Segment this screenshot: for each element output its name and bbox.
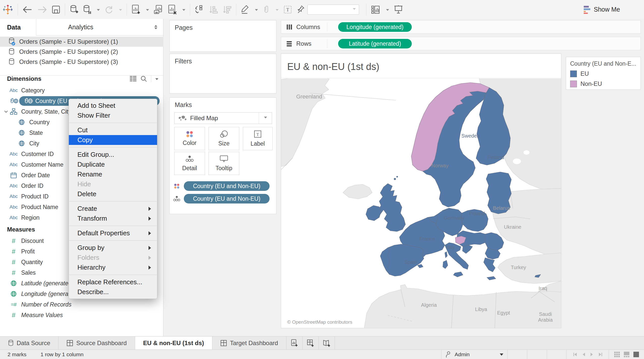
data-source-label: Orders (Sample - EU Superstore) (3) [19, 58, 118, 65]
sheet-title[interactable]: EU & non-EU (1st ds) [281, 54, 561, 78]
highlight-dropdown[interactable] [255, 9, 258, 12]
new-worksheet-button[interactable] [131, 4, 140, 15]
undo-button[interactable] [22, 4, 33, 15]
menu-describe[interactable]: Describe... [69, 287, 157, 297]
search-icon[interactable] [140, 75, 147, 82]
detail-button[interactable]: Detail [174, 152, 205, 175]
menu-default-properties[interactable]: Default Properties [69, 228, 157, 238]
user-filter-dropdown[interactable]: Admin [441, 350, 507, 359]
marks-label: Marks [170, 98, 276, 109]
duplicate-sheet-button[interactable] [154, 4, 163, 15]
columns-pill-longitude[interactable]: Longitude (generated) [338, 22, 412, 32]
filmstrip-view-icon[interactable] [624, 351, 630, 357]
tab-data[interactable]: Data [0, 19, 36, 36]
map-label-saudi-arabia: Saudi Arabia [536, 311, 555, 323]
show-hide-cards-button[interactable] [371, 4, 380, 15]
show-me-button[interactable]: Show Me [582, 5, 620, 14]
mark-type-caret[interactable] [259, 113, 272, 124]
new-story-tab-button[interactable] [319, 337, 335, 349]
menu-copy[interactable]: Copy [69, 135, 157, 145]
tooltip-button[interactable]: Tooltip [209, 152, 239, 175]
filters-shelf[interactable]: Filters [169, 54, 276, 93]
menu-replace-references[interactable]: Replace References... [69, 277, 157, 287]
dimensions-menu-caret[interactable] [155, 78, 158, 82]
tab-analytics[interactable]: Analytics [36, 19, 163, 36]
new-worksheet-tab-button[interactable] [286, 337, 303, 349]
menu-group-by[interactable]: Group by [69, 243, 157, 253]
view-list-icon[interactable] [130, 76, 136, 82]
field-context-menu: Add to Sheet Show Filter Cut Copy Edit G… [69, 99, 157, 299]
refresh-dropdown[interactable] [119, 9, 122, 12]
menu-transform[interactable]: Transform [69, 214, 157, 223]
tab-active-sheet[interactable]: EU & non-EU (1st ds) [135, 337, 212, 349]
refresh-button[interactable] [104, 4, 113, 15]
redo-button[interactable] [37, 4, 47, 15]
new-data-source-button[interactable] [70, 4, 78, 15]
fit-selector[interactable] [307, 5, 359, 15]
first-button[interactable] [573, 352, 577, 357]
abc-icon: Abc [10, 88, 18, 93]
filled-map[interactable] [281, 79, 561, 328]
legend-item-non-eu[interactable]: Non-EU [566, 80, 640, 87]
clear-sheet-button[interactable] [168, 4, 177, 15]
pages-shelf[interactable]: Pages [169, 20, 276, 52]
field-number-of-records[interactable]: =# Number of Records [0, 299, 163, 310]
menu-delete[interactable]: Delete [69, 189, 157, 199]
map-canvas[interactable]: Greenland Norway Sweden Finland Poland B… [281, 79, 561, 328]
field-measure-values[interactable]: # Measure Values [0, 310, 163, 320]
data-source-item[interactable]: Orders (Sample - EU Superstore) (3) [0, 57, 163, 67]
tab-data-source[interactable]: Data Source [0, 337, 58, 349]
fix-axes-pin-icon[interactable] [297, 4, 305, 15]
size-button[interactable]: Size [209, 127, 239, 150]
group-members-button[interactable] [262, 4, 270, 15]
field-category[interactable]: Abc Category [0, 85, 163, 96]
sort-descending-button[interactable] [222, 4, 231, 15]
tab-source-dashboard[interactable]: Source Dashboard [58, 337, 135, 349]
menu-hierarchy[interactable]: Hierarchy [69, 263, 157, 272]
color-pill[interactable]: Country (EU and Non-EU) [184, 181, 270, 191]
label-button[interactable]: T Label [243, 127, 273, 150]
sort-ascending-button[interactable] [209, 4, 218, 15]
single-view-icon[interactable] [633, 351, 639, 357]
mark-type-dropdown[interactable]: Filled Map [174, 112, 272, 124]
tab-target-dashboard[interactable]: Target Dashboard [212, 337, 286, 349]
menu-edit-group[interactable]: Edit Group... [69, 150, 157, 160]
menu-duplicate[interactable]: Duplicate [69, 160, 157, 169]
pause-updates-dropdown[interactable] [97, 9, 100, 12]
rows-pill-latitude[interactable]: Latitude (generated) [338, 39, 412, 48]
grid-view-icon[interactable] [614, 351, 620, 357]
presentation-mode-button[interactable] [394, 4, 403, 15]
show-hide-cards-dropdown[interactable] [386, 9, 389, 12]
columns-shelf[interactable]: Columns Longitude (generated) [281, 20, 641, 34]
menu-add-to-sheet[interactable]: Add to Sheet [69, 101, 157, 111]
new-worksheet-dropdown[interactable] [146, 9, 149, 12]
menu-rename[interactable]: Rename [69, 169, 157, 179]
rows-shelf[interactable]: Rows Latitude (generated) [281, 37, 641, 50]
highlight-button[interactable] [241, 4, 249, 15]
save-button[interactable] [52, 4, 60, 15]
clear-sheet-dropdown[interactable] [182, 9, 185, 12]
menu-show-filter[interactable]: Show Filter [69, 111, 157, 120]
next-button[interactable] [590, 352, 594, 357]
previous-button[interactable] [582, 352, 586, 357]
text-label-button[interactable]: T [283, 4, 292, 15]
legend-item-eu[interactable]: EU [566, 70, 640, 77]
data-source-label: Orders (Sample - EU Superstore) (1) [19, 38, 118, 45]
map-label-france: France [419, 236, 435, 242]
swap-rows-columns-button[interactable] [195, 4, 204, 15]
map-attribution: © OpenStreetMap contributors [287, 319, 352, 325]
last-button[interactable] [598, 352, 603, 357]
data-source-item[interactable]: Orders (Sample - EU Superstore) (2) [0, 47, 163, 57]
data-source-item[interactable]: Orders (Sample - EU Superstore) (1) [0, 37, 163, 47]
new-dashboard-tab-button[interactable] [303, 337, 319, 349]
pause-updates-button[interactable] [83, 4, 91, 15]
dashboard-icon [67, 340, 73, 346]
group-members-dropdown[interactable] [276, 9, 279, 12]
menu-cut[interactable]: Cut [69, 125, 157, 135]
menu-create[interactable]: Create [69, 204, 157, 214]
detail-pill[interactable]: Country (EU and Non-EU) [184, 194, 270, 203]
color-legend[interactable]: Country (EU and Non-E... EU Non-EU [566, 57, 641, 90]
color-button[interactable]: Color [174, 127, 205, 150]
collapse-caret-icon[interactable] [4, 110, 9, 113]
pane-sort-icon[interactable] [154, 23, 157, 31]
